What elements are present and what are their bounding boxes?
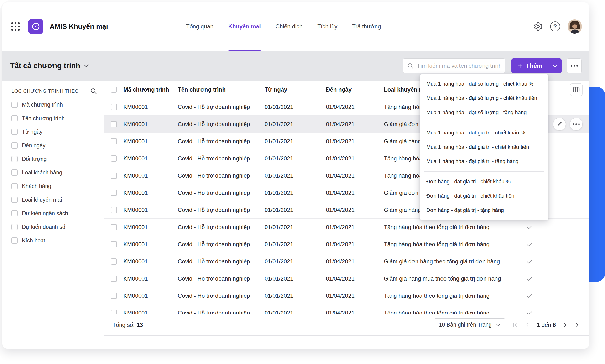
checkbox[interactable]: [12, 224, 18, 230]
checkbox[interactable]: [12, 142, 18, 148]
row-checkbox[interactable]: [111, 258, 117, 265]
row-checkbox[interactable]: [111, 275, 117, 282]
filter-option[interactable]: Đến ngày: [12, 141, 97, 149]
column-header-code: Mã chương trình: [123, 86, 178, 93]
search-icon: [407, 63, 413, 69]
add-button[interactable]: Thêm: [511, 58, 562, 73]
filter-option-label: Từ ngày: [22, 129, 42, 135]
nav-tab[interactable]: Tích lũy: [317, 2, 337, 51]
row-checkbox[interactable]: [111, 138, 117, 144]
table-row[interactable]: KM00001 Covid - Hỗ trợ doanh nghiệp 01/0…: [104, 270, 589, 287]
checkbox[interactable]: [12, 169, 18, 176]
table-row[interactable]: KM00001 Covid - Hỗ trợ doanh nghiệp 01/0…: [104, 287, 589, 304]
view-selector[interactable]: Tất cả chương trình: [10, 62, 89, 70]
add-menu-item[interactable]: Mua 1 hàng hóa - đạt giá trị - chiết khấ…: [420, 140, 549, 154]
cell-promo-type: Tặng hàng hóa theo tổng giá trị đơn hàng: [384, 224, 515, 231]
row-checkbox[interactable]: [111, 190, 117, 196]
table-row[interactable]: KM00001 Covid - Hỗ trợ doanh nghiệp 01/0…: [104, 236, 589, 253]
row-checkbox[interactable]: [111, 224, 117, 230]
chevron-left-icon: [524, 322, 531, 328]
add-menu-item[interactable]: Mua 1 hàng hóa - đạt giá trị - tặng hàng: [420, 154, 549, 169]
cell-name: Covid - Hỗ trợ doanh nghiệp: [178, 138, 265, 145]
row-more-button[interactable]: [570, 118, 583, 131]
checkbox[interactable]: [12, 197, 18, 203]
pencil-icon: [557, 121, 562, 127]
app-logo[interactable]: [28, 19, 43, 34]
column-config-button[interactable]: [570, 83, 583, 96]
cell-from-date: 01/01/2021: [265, 190, 326, 196]
search-input[interactable]: [417, 63, 501, 69]
filter-option[interactable]: Đối tượng: [12, 155, 97, 163]
row-checkbox[interactable]: [111, 173, 117, 179]
checkbox[interactable]: [12, 210, 18, 216]
row-checkbox[interactable]: [111, 156, 117, 162]
previous-page-button[interactable]: [524, 322, 531, 328]
cell-promo-type: Giảm giá đơn hàng theo tổng giá trị đơn …: [384, 258, 515, 265]
filter-option[interactable]: Dự kiến ngân sách: [12, 209, 97, 217]
filter-list: Mã chương trình Tên chương trình Từ ngày: [12, 101, 97, 245]
check-icon: [526, 276, 533, 281]
filter-option[interactable]: Mã chương trình: [12, 101, 97, 109]
check-icon: [526, 293, 533, 298]
filter-search-icon[interactable]: [90, 88, 97, 94]
table-row[interactable]: KM00001 Covid - Hỗ trợ doanh nghiệp 01/0…: [104, 304, 589, 314]
checkbox[interactable]: [12, 102, 18, 108]
filter-option[interactable]: Khách hàng: [12, 182, 97, 190]
settings-button[interactable]: [533, 22, 543, 31]
checkbox[interactable]: [12, 129, 18, 135]
table-footer: Tổng số:13 10 Bản ghi trên Trang: [104, 314, 589, 335]
filter-option[interactable]: Từ ngày: [12, 128, 97, 136]
cell-to-date: 01/04/2021: [326, 172, 384, 179]
row-checkbox[interactable]: [111, 104, 117, 110]
add-button-caret[interactable]: [548, 58, 562, 73]
add-menu-item[interactable]: Mua 1 hàng hóa - đạt giá trị - chiết khấ…: [420, 126, 549, 140]
nav-tab[interactable]: Chiến dịch: [276, 2, 302, 51]
filter-option[interactable]: Loại khuyến mại: [12, 196, 97, 204]
edit-row-button[interactable]: [553, 118, 566, 131]
add-menu-item[interactable]: Đơn hàng - đạt giá trị - tặng hàng: [420, 203, 549, 217]
add-menu-item[interactable]: Mua 1 hàng hóa - đạt số lượng - tặng hàn…: [420, 105, 549, 120]
checkbox[interactable]: [12, 115, 18, 121]
row-checkbox[interactable]: [111, 121, 117, 127]
add-button-label: Thêm: [526, 62, 542, 70]
checkbox[interactable]: [12, 237, 18, 244]
checkbox[interactable]: [12, 156, 18, 162]
row-checkbox[interactable]: [111, 241, 117, 247]
last-page-button[interactable]: [575, 322, 581, 328]
first-page-button[interactable]: [512, 322, 518, 328]
nav-tab[interactable]: Khuyến mại: [228, 2, 261, 51]
row-checkbox[interactable]: [111, 310, 117, 314]
app-title: AMIS Khuyến mại: [50, 23, 108, 30]
add-menu-item[interactable]: Mua 1 hàng hóa - đạt số lượng - chiết kh…: [420, 91, 549, 105]
cell-to-date: 01/04/2021: [326, 138, 384, 145]
add-menu-item[interactable]: Mua 1 hàng hóa - đạt số lượng - chiết kh…: [420, 77, 549, 91]
row-checkbox[interactable]: [111, 207, 117, 213]
filter-option[interactable]: Tên chương trình: [12, 114, 97, 122]
page-size-selector[interactable]: 10 Bản ghi trên Trang: [434, 318, 505, 331]
add-menu-item[interactable]: Đơn hàng - đạt giá trị - chiết khấu %: [420, 174, 549, 189]
add-menu-item[interactable]: Đơn hàng - đạt giá trị - chiết khấu tiền: [420, 189, 549, 203]
add-button-main[interactable]: Thêm: [511, 58, 548, 73]
cell-code: KM00001: [123, 121, 178, 128]
help-button[interactable]: ?: [550, 21, 560, 31]
filter-option-label: Mã chương trình: [22, 102, 63, 108]
cell-code: KM00001: [123, 104, 178, 110]
nav-tab[interactable]: Trả thưởng: [352, 2, 381, 51]
more-actions-button[interactable]: [567, 58, 582, 73]
app-launcher-icon[interactable]: [12, 22, 20, 30]
filter-option[interactable]: Loại khách hàng: [12, 169, 97, 177]
top-bar: AMIS Khuyến mại Tổng quan Khuyến mại Chi…: [2, 2, 589, 51]
filter-option[interactable]: Kích hoạt: [12, 236, 97, 245]
user-avatar[interactable]: [567, 19, 582, 34]
checkbox[interactable]: [12, 183, 18, 189]
nav-tab[interactable]: Tổng quan: [186, 2, 214, 51]
topbar-actions: ?: [533, 2, 582, 51]
filter-option[interactable]: Dự kiến doanh số: [12, 223, 97, 231]
next-page-button[interactable]: [562, 322, 568, 328]
table-row[interactable]: KM00001 Covid - Hỗ trợ doanh nghiệp 01/0…: [104, 253, 589, 270]
row-checkbox[interactable]: [111, 293, 117, 299]
table-row[interactable]: KM00001 Covid - Hỗ trợ doanh nghiệp 01/0…: [104, 219, 589, 236]
search-box: [403, 58, 505, 73]
select-all-checkbox[interactable]: [111, 87, 117, 93]
range-separator: đến: [541, 322, 551, 328]
